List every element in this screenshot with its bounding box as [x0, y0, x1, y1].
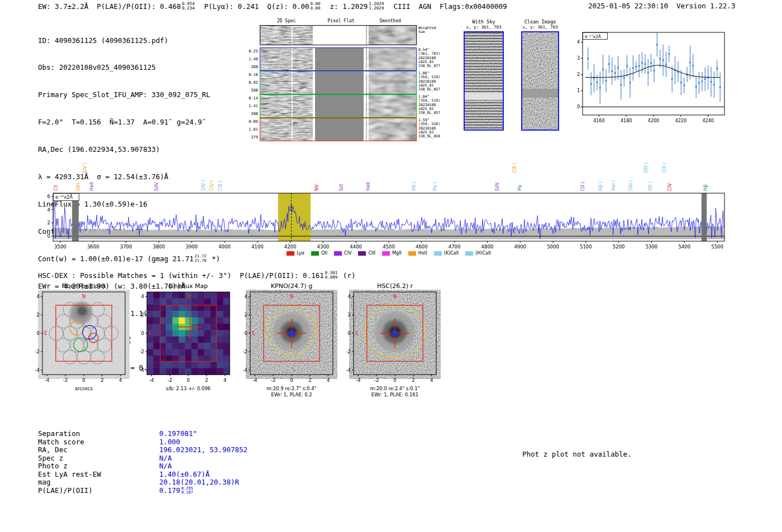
svg-text:4400: 4400 [350, 244, 362, 250]
cutout-title: Fiber Positions [41, 282, 126, 290]
svg-text:-4: -4 [45, 377, 49, 383]
svg-text:1: 1 [577, 88, 580, 93]
svg-text:5000: 5000 [547, 244, 559, 250]
smoothed-cell [366, 71, 416, 94]
smoothed-cell [366, 118, 416, 141]
header-plya: P(Lyα): 0.241 [204, 2, 259, 11]
svg-text:3500: 3500 [54, 244, 66, 250]
header-plae-range: 0.9540.234 [182, 2, 195, 11]
svg-text:-2: -2 [63, 377, 68, 383]
svg-text:4160: 4160 [593, 118, 604, 123]
svg-text:HeI (: HeI ( [611, 180, 616, 191]
svg-text:-4: -4 [149, 377, 154, 383]
svg-text:SiII: SiII [338, 184, 344, 191]
spec2d-row-meta: 1.04"(359, 519)20220108v025_02330_RL_057 [418, 95, 445, 115]
svg-text:-2: -2 [168, 377, 172, 383]
spec2d-row-meta: 1.06"(359, 519)20220108v025_01330_RL_057 [418, 71, 445, 92]
svg-text:-2: -2 [346, 349, 351, 354]
svg-text:HeII: HeII [365, 182, 371, 191]
table-row: P(LAE)/P(OII)0.1790.2950.107 [38, 487, 247, 496]
svg-text:N: N [82, 294, 86, 299]
svg-text:-4: -4 [35, 367, 40, 373]
spec2d-panel: 2D Spec Pixel Flat Smoothed 0.2 [250, 18, 446, 147]
elixer-report-page: EW: 3.7±2.2Å P(LAE)/P(OII): 0.4680.9540.… [0, 0, 782, 532]
svg-text:E: E [252, 330, 255, 336]
table-row: RA, Dec196.023021, 53.907852 [38, 446, 247, 454]
spec2d-row-meta: 0.54"(361, 703)20220108v025_03330_RL_077 [418, 48, 445, 68]
svg-text:-2: -2 [374, 377, 379, 383]
svg-text:e⁻¹⁷x2Å: e⁻¹⁷x2Å [585, 34, 602, 39]
spec2d-col-title: Smoothed [364, 18, 417, 23]
svg-text:4200: 4200 [648, 118, 659, 123]
header-line-id: CIII [393, 2, 410, 11]
info-primary: Primary Spec_Slot_IFU_AMP: 330_092_075_R… [38, 90, 220, 99]
spec2d-row-stats: 0.251.40260 [250, 47, 258, 71]
svg-text:5200: 5200 [613, 244, 625, 250]
svg-text:CIII (: CIII ( [512, 162, 517, 173]
svg-text:e⁻¹⁷x2Å: e⁻¹⁷x2Å [55, 194, 73, 200]
cutout-caption: m:20.9 re:2.7" s:0.4" [249, 386, 334, 392]
cutout-caption: m:20.0 re:2.4" s:0.1" [352, 386, 437, 392]
svg-text:OVI: OVI [75, 183, 81, 191]
legend-item: Lyα [287, 251, 304, 256]
spec2d-row-stats: 0.091.81279 [250, 118, 258, 141]
svg-text:2: 2 [245, 312, 247, 318]
svg-text:N: N [187, 294, 190, 299]
svg-text:2: 2 [205, 377, 208, 383]
svg-text:0: 0 [37, 330, 40, 336]
cutout-caption: s/b: 2.13 +/- 0.096 [146, 386, 231, 392]
svg-text:SiIV: SiIV [494, 182, 500, 191]
svg-text:4900: 4900 [514, 244, 526, 250]
spec2d-cutout [260, 48, 313, 70]
spec2d-cutout [260, 71, 313, 94]
svg-text:3700: 3700 [120, 244, 132, 250]
svg-text:0: 0 [141, 330, 144, 336]
header-timestamp: 2025-01-05 22:30:10 Version 1.22.3 [588, 2, 735, 10]
svg-text:4: 4 [245, 294, 247, 299]
with-sky-coords: x, y: 361, 703 [461, 25, 506, 30]
svg-text:5300: 5300 [646, 244, 658, 250]
svg-text:4: 4 [348, 294, 351, 299]
spec2d-row [260, 94, 417, 118]
spec2d-row-stats: 0.141.41280 [250, 94, 258, 118]
with-sky-panel: With Sky x, y: 361, 703 [461, 19, 506, 131]
spec2d-cutout [260, 95, 313, 117]
svg-text:4100: 4100 [251, 244, 264, 250]
svg-text:3900: 3900 [185, 244, 198, 250]
spec2d-row [260, 71, 417, 94]
svg-text:-2: -2 [271, 377, 275, 383]
pixel-flat-cell [315, 95, 364, 117]
svg-text:4: 4 [577, 40, 580, 45]
svg-text:2: 2 [37, 312, 40, 318]
svg-text:OIII (: OIII ( [628, 180, 633, 191]
svg-text:4: 4 [37, 294, 40, 299]
header-qz: Q(z): 0.000.000.00 [267, 2, 321, 11]
svg-text:N: N [393, 294, 397, 299]
spec2d-col-title: Pixel Flat [314, 18, 368, 23]
table-row: Separation0.197081" [38, 430, 247, 438]
svg-text:-4: -4 [356, 377, 360, 383]
info-id: ID: 4090361125 (4090361125.pdf) [38, 36, 220, 45]
svg-text:4200: 4200 [284, 244, 297, 250]
header-version: Version 1.22.3 [676, 2, 735, 10]
svg-text:CIV (: CIV ( [209, 180, 214, 191]
header-plae: P(LAE)/P(OII): 0.4680.9540.234 [97, 2, 196, 11]
spectrum-legend: LyαOIICIVCIIIMgIIHeII(K)CaII(H)CaII [53, 251, 724, 256]
svg-text:4000: 4000 [218, 244, 231, 250]
with-sky-title: With Sky [461, 19, 506, 25]
svg-text:2: 2 [47, 220, 50, 226]
legend-item: (H)CaII [465, 251, 490, 256]
svg-text:4300: 4300 [317, 244, 330, 250]
smoothed-cell [366, 26, 416, 45]
with-sky-image [464, 31, 504, 131]
svg-text:Hγ: Hγ [517, 185, 522, 191]
hsc-r-plot: NE-4-4-2-2002244 [337, 290, 443, 384]
legend-item: HeII [408, 251, 427, 256]
svg-text:Hγ (: Hγ ( [432, 181, 437, 191]
cutout-hsc-r: HSC(26.2) r NE-4-4-2-2002244 m:20.0 re:2… [337, 282, 443, 397]
svg-text:CIII (: CIII ( [661, 162, 667, 173]
svg-text:NV: NV [314, 184, 320, 191]
svg-text:0: 0 [393, 377, 396, 383]
svg-text:CII (: CII ( [580, 182, 585, 191]
spec2d-row-meta: WeightedSum [418, 26, 445, 35]
